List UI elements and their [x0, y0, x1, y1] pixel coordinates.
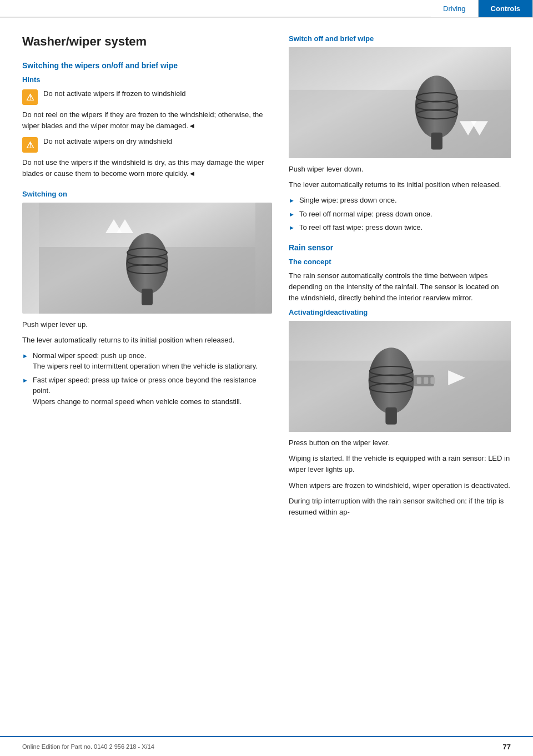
frozen-text: When wipers are frozen to windshield, wi…	[289, 480, 511, 491]
page-title: Washer/wiper system	[22, 34, 272, 49]
trip-text: During trip interruption with the rain s…	[289, 496, 511, 518]
switching-on-bullets: ► Normal wiper speed: push up once. The …	[22, 350, 272, 407]
svg-rect-28	[424, 377, 428, 384]
hints-title: Hints	[22, 75, 272, 84]
svg-rect-27	[417, 377, 421, 384]
svg-rect-13	[431, 133, 443, 150]
tab-driving-label: Driving	[443, 4, 465, 13]
section-rain-sensor: Rain sensor The concept The rain sensor …	[289, 243, 511, 518]
section-switching-wipers: Switching the wipers on/off and brief wi…	[22, 61, 272, 180]
bullet1-text: Normal wiper speed: push up once.	[33, 351, 147, 360]
hint2-text: Do not activate wipers on dry windshield	[43, 136, 172, 147]
tab-driving[interactable]: Driving	[431, 0, 478, 17]
hint-box-2: ⚠ Do not activate wipers on dry windshie…	[22, 136, 272, 153]
bullet1-sub-text: The wipers reel to intermittent operatio…	[33, 362, 258, 370]
activating-svg	[289, 321, 511, 432]
section-title-switching: Switching the wipers on/off and brief wi…	[22, 61, 272, 70]
svg-point-21	[369, 347, 414, 414]
wiping-text: Wiping is started. If the vehicle is equ…	[289, 453, 511, 475]
hint-box-1: ⚠ Do not activate wipers if frozen to wi…	[22, 88, 272, 105]
page-header: Driving Controls	[0, 0, 533, 18]
switching-on-svg	[22, 203, 272, 314]
lever-returns-text2: The lever automatically returns to its i…	[289, 179, 511, 190]
switching-on-title: Switching on	[22, 190, 272, 198]
section-switching-on: Switching on	[22, 190, 272, 407]
bullet-arrow-2: ►	[22, 376, 28, 385]
switch-off-image	[289, 47, 511, 158]
bullet-arrow-r1: ►	[289, 196, 295, 205]
press-button-text: Press button on the wiper lever.	[289, 437, 511, 448]
header-tabs: Driving Controls	[431, 0, 533, 17]
lever-returns-text: The lever automatically returns to its i…	[22, 335, 272, 346]
hint1-text: Do not activate wipers if frozen to wind…	[43, 88, 186, 99]
section-switch-off: Switch off and brief wipe	[289, 34, 511, 233]
hint2-body: Do not use the wipers if the windshield …	[22, 157, 272, 179]
bullet2-sub-text: Wipers change to normal speed when vehic…	[33, 397, 242, 406]
bullet-r3-text: To reel off fast wipe: press down twice.	[299, 222, 423, 233]
bullet-r2: ► To reel off normal wipe: press down on…	[289, 209, 511, 220]
hint1-body: Do not reel on the wipers if they are fr…	[22, 109, 272, 132]
bullet-arrow-1: ►	[22, 351, 28, 361]
bullet-r1-text: Single wipe: press down once.	[299, 195, 397, 206]
switch-off-title: Switch off and brief wipe	[289, 34, 511, 43]
concept-body: The rain sensor automatically controls t…	[289, 270, 511, 304]
bullet-arrow-r3: ►	[289, 223, 295, 233]
bullet-r2-text: To reel off normal wipe: press down once…	[299, 209, 433, 220]
activating-title: Activating/deactivating	[289, 308, 511, 316]
bullet-r3: ► To reel off fast wipe: press down twic…	[289, 222, 511, 233]
concept-title: The concept	[289, 258, 511, 266]
switch-off-bullets: ► Single wipe: press down once. ► To ree…	[289, 195, 511, 233]
push-up-text: Push wiper lever up.	[22, 319, 272, 330]
right-column: Switch off and brief wipe	[289, 34, 511, 528]
svg-rect-22	[385, 407, 397, 425]
footer-online-text: Online Edition for Part no. 0140 2 956 2…	[22, 743, 154, 750]
activating-image	[289, 321, 511, 432]
page-content: Washer/wiper system Switching the wipers…	[0, 18, 533, 550]
svg-rect-4	[142, 289, 153, 305]
warning-icon-1: ⚠	[22, 89, 38, 105]
tab-controls-label: Controls	[491, 4, 520, 13]
switching-on-image	[22, 203, 272, 314]
push-down-text: Push wiper lever down.	[289, 164, 511, 175]
bullet-item-2: ► Fast wiper speed: press up twice or pr…	[22, 375, 272, 407]
bullet-item-1: ► Normal wiper speed: push up once. The …	[22, 350, 272, 372]
svg-rect-29	[430, 377, 435, 384]
svg-point-12	[415, 75, 459, 138]
tab-controls[interactable]: Controls	[479, 0, 533, 17]
switch-off-svg	[289, 47, 511, 158]
warning-icon-2: ⚠	[22, 137, 38, 153]
bullet2-text: Fast wiper speed: press up twice or pres…	[33, 376, 257, 395]
left-column: Washer/wiper system Switching the wipers…	[22, 34, 272, 528]
page-footer: Online Edition for Part no. 0140 2 956 2…	[0, 736, 533, 756]
rain-sensor-title: Rain sensor	[289, 243, 511, 252]
bullet-arrow-r2: ►	[289, 210, 295, 219]
bullet-r1: ► Single wipe: press down once.	[289, 195, 511, 206]
page-number: 77	[503, 743, 511, 751]
